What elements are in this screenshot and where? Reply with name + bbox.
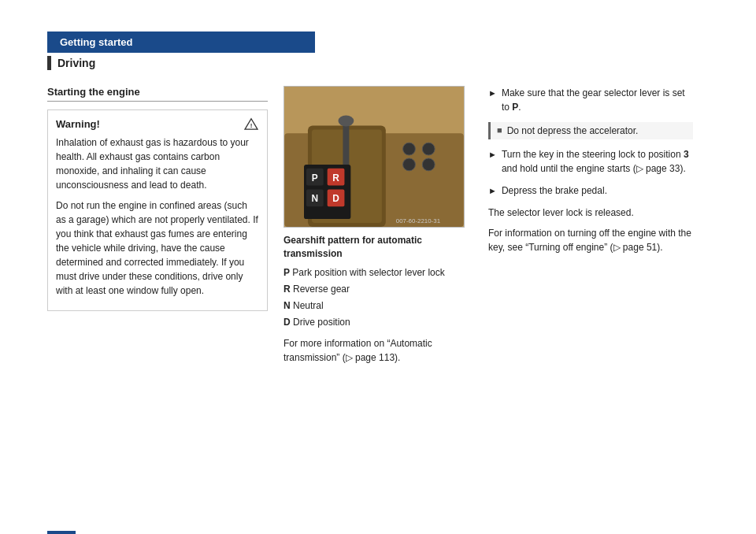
bullet-text-1: Make sure that the gear selector lever i… (502, 86, 693, 114)
driving-text: Driving (57, 57, 95, 69)
note-icon: ■ (497, 125, 502, 135)
page-container: Getting started Driving Starting the eng… (0, 32, 756, 534)
svg-text:P: P (312, 172, 318, 184)
svg-text:D: D (332, 193, 339, 204)
section-title: Starting the engine (47, 86, 268, 102)
svg-text:007-60-2210-31: 007-60-2210-31 (396, 217, 441, 224)
bullet-item-3: ► Depress the brake pedal. (488, 184, 693, 198)
header-bar: Getting started (47, 32, 315, 53)
warning-box: Warning! ! Inhalation of exhaust gas is … (47, 109, 268, 311)
gear-item-p: P Park position with selector lever lock (284, 265, 472, 280)
bullet-arrow-3-icon: ► (488, 184, 497, 198)
info-text: For information on turning off the engin… (488, 226, 693, 254)
driving-bar-icon (47, 56, 51, 70)
gear-list: P Park position with selector lever lock… (284, 265, 472, 331)
bullet-text-2: Turn the key in the steering lock to pos… (502, 147, 693, 176)
gearshift-caption: Gearshift pattern for automatic transmis… (284, 234, 472, 261)
bullet-item-1: ► Make sure that the gear selector lever… (488, 86, 693, 114)
bullet-arrow-1-icon: ► (488, 87, 497, 100)
gear-item-r: R Reverse gear (284, 282, 472, 297)
svg-point-7 (339, 116, 354, 127)
middle-column: P N R D 007-60-2210-31 (284, 86, 472, 365)
header-title: Getting started (60, 36, 132, 48)
main-content: Starting the engine Warning! ! Inhalatio… (47, 86, 756, 365)
bullet-item-2: ► Turn the key in the steering lock to p… (488, 147, 693, 176)
more-info-text: For more information on “Automatic trans… (284, 336, 472, 365)
gear-item-n: N Neutral (284, 299, 472, 313)
svg-rect-6 (343, 122, 349, 169)
warning-triangle-icon: ! (243, 117, 259, 131)
page-number: 44 (47, 531, 76, 534)
warning-header: Warning! ! (56, 117, 259, 131)
gearshift-image: P N R D 007-60-2210-31 (284, 86, 465, 228)
gear-item-d: D Drive position (284, 315, 472, 330)
selector-lock-text: The selector lever lock is released. (488, 206, 693, 220)
bullet-text-3: Depress the brake pedal. (502, 184, 607, 198)
svg-point-18 (403, 143, 416, 155)
svg-text:R: R (332, 172, 339, 184)
driving-label: Driving (47, 56, 756, 70)
note-box: ■ Do not depress the accelerator. (488, 122, 693, 139)
gearshift-caption-text: Gearshift pattern for automatic transmis… (284, 235, 422, 259)
svg-point-20 (403, 158, 416, 171)
svg-text:!: ! (250, 122, 253, 129)
left-column: Starting the engine Warning! ! Inhalatio… (47, 86, 268, 365)
right-column: ► Make sure that the gear selector lever… (488, 86, 693, 365)
bullet-arrow-2-icon: ► (488, 148, 497, 161)
svg-text:N: N (312, 193, 319, 204)
warning-label: Warning! (56, 118, 100, 130)
svg-point-21 (422, 158, 435, 171)
warning-text-2: Do not run the engine in confined areas … (56, 198, 259, 298)
svg-point-19 (422, 143, 435, 155)
note-text: Do not depress the accelerator. (507, 125, 639, 136)
warning-text-1: Inhalation of exhaust gas is hazardous t… (56, 135, 259, 192)
